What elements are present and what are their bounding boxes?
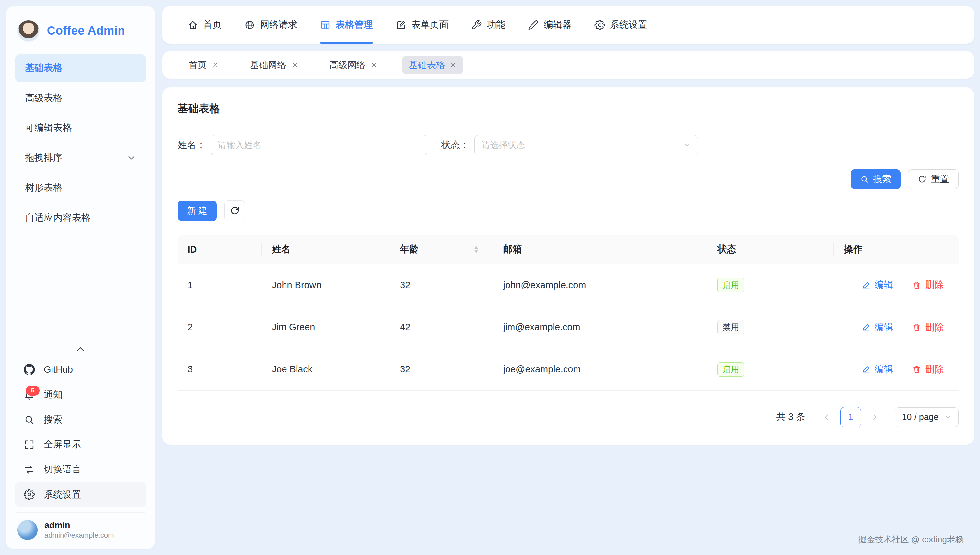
- table-toolbar: 新 建: [178, 201, 959, 221]
- sidebar-item-label: 自适应内容表格: [25, 212, 90, 225]
- home-icon: [188, 20, 198, 30]
- sidebar-github[interactable]: GitHub: [15, 357, 146, 382]
- edit-label: 编辑: [874, 363, 893, 376]
- chevron-down-icon: [945, 414, 951, 420]
- sidebar-settings[interactable]: 系统设置: [15, 482, 146, 507]
- cell-id: 2: [178, 306, 262, 348]
- sidebar-fullscreen[interactable]: 全屏显示: [15, 432, 146, 457]
- chevron-up-icon: [75, 343, 86, 355]
- sidebar-item-editable-table[interactable]: 可编辑表格: [15, 114, 146, 142]
- cell-name: Joe Black: [262, 348, 390, 390]
- search-button-label: 搜索: [873, 173, 891, 185]
- page-size-select[interactable]: 10 / page: [895, 407, 959, 427]
- sidebar-notifications[interactable]: 5 通知: [15, 382, 146, 407]
- tool-icon: [471, 20, 482, 30]
- tab-basic-network[interactable]: 基础网络: [244, 56, 304, 74]
- fullscreen-icon: [24, 439, 35, 451]
- create-button[interactable]: 新 建: [178, 201, 217, 221]
- status-filter-label: 状态：: [441, 139, 469, 152]
- sidebar-language-switch[interactable]: 切换语言: [15, 457, 146, 482]
- sidebar-search[interactable]: 搜索: [15, 407, 146, 432]
- delete-label: 删除: [925, 279, 944, 292]
- nav-home[interactable]: 首页: [188, 6, 222, 44]
- gear-icon: [24, 489, 35, 500]
- close-icon[interactable]: [370, 61, 377, 68]
- nav-network[interactable]: 网络请求: [245, 6, 298, 44]
- sidebar-item-tree-table[interactable]: 树形表格: [15, 174, 146, 202]
- nav-label: 首页: [203, 18, 222, 31]
- tab-advanced-network[interactable]: 高级网络: [323, 56, 384, 74]
- delete-link[interactable]: 删除: [912, 279, 944, 292]
- pagination-prev-button[interactable]: [817, 407, 837, 427]
- sidebar-item-advanced-table[interactable]: 高级表格: [15, 84, 146, 112]
- col-header-id: ID: [178, 235, 262, 264]
- footer-item-label: GitHub: [44, 364, 73, 375]
- status-badge: 启用: [718, 278, 744, 292]
- cell-age: 32: [390, 264, 493, 306]
- app-logo: Coffee Admin: [6, 6, 155, 52]
- table-row: 1 John Brown 32 john@example.com 启用 编辑 删…: [178, 264, 959, 306]
- nav-table-management[interactable]: 表格管理: [320, 6, 373, 44]
- sidebar-item-adaptive-table[interactable]: 自适应内容表格: [15, 204, 146, 232]
- nav-features[interactable]: 功能: [471, 6, 505, 44]
- sidebar-collapse[interactable]: [6, 341, 155, 356]
- footer-item-label: 系统设置: [44, 488, 81, 501]
- nav-label: 表单页面: [411, 18, 449, 31]
- refresh-icon: [230, 205, 240, 216]
- name-filter-input[interactable]: [211, 135, 428, 156]
- tab-home[interactable]: 首页: [182, 56, 225, 74]
- search-button[interactable]: 搜索: [851, 169, 901, 189]
- footer-item-label: 全屏显示: [44, 438, 81, 451]
- sidebar-item-basic-table[interactable]: 基础表格: [15, 55, 146, 82]
- reset-button[interactable]: 重置: [908, 169, 959, 189]
- close-icon[interactable]: [450, 61, 457, 68]
- nav-form-pages[interactable]: 表单页面: [396, 6, 449, 44]
- pen-icon: [528, 20, 539, 30]
- user-profile[interactable]: admin admin@example.com: [6, 513, 155, 549]
- close-icon[interactable]: [291, 61, 298, 68]
- pagination-page-1[interactable]: 1: [840, 407, 861, 428]
- pagination-next-button[interactable]: [865, 407, 885, 427]
- page-size-value: 10 / page: [902, 412, 938, 422]
- open-tabs-bar: 首页 基础网络 高级网络 基础表格: [163, 51, 974, 79]
- table-icon: [320, 20, 331, 30]
- page: Coffee Admin 基础表格 高级表格 可编辑表格 拖拽排序 树形表格 自…: [0, 0, 980, 555]
- edit-label: 编辑: [874, 321, 893, 334]
- tab-basic-table[interactable]: 基础表格: [402, 56, 463, 74]
- edit-link[interactable]: 编辑: [861, 279, 893, 292]
- nav-settings[interactable]: 系统设置: [594, 6, 647, 44]
- edit-icon: [861, 322, 871, 332]
- pagination: 共 3 条 1 10 / page: [178, 407, 959, 428]
- nav-label: 系统设置: [610, 18, 647, 31]
- data-table: ID 姓名 年龄 邮箱 状态 操作: [178, 235, 959, 390]
- close-icon[interactable]: [212, 61, 219, 68]
- nav-label: 编辑器: [544, 18, 572, 31]
- sidebar-item-label: 拖拽排序: [25, 152, 63, 165]
- user-name: admin: [44, 520, 114, 531]
- delete-link[interactable]: 删除: [912, 321, 944, 334]
- sidebar-item-drag-sort[interactable]: 拖拽排序: [15, 144, 146, 172]
- filter-row: 姓名： 状态： 请选择状态: [178, 135, 959, 156]
- edit-icon: [861, 365, 871, 374]
- status-filter-select[interactable]: 请选择状态: [475, 135, 698, 156]
- col-header-age[interactable]: 年龄: [390, 235, 493, 264]
- sidebar-item-label: 树形表格: [25, 181, 63, 194]
- table-row: 3 Joe Black 32 joe@example.com 启用 编辑 删除: [178, 348, 959, 390]
- notification-badge: 5: [26, 385, 40, 396]
- chevron-down-icon: [126, 153, 137, 163]
- main-content: 基础表格 姓名： 状态： 请选择状态 搜索 重置 新 建: [163, 87, 974, 444]
- delete-link[interactable]: 删除: [912, 363, 944, 376]
- top-navbar: 首页 网络请求 表格管理 表单页面 功能 编辑器 系统设置: [163, 6, 974, 44]
- reload-table-button[interactable]: [224, 201, 245, 221]
- trash-icon: [912, 281, 921, 290]
- edit-link[interactable]: 编辑: [861, 363, 893, 376]
- sidebar-item-label: 可编辑表格: [25, 122, 72, 135]
- sort-control[interactable]: [473, 245, 479, 254]
- nav-label: 功能: [487, 18, 505, 31]
- edit-link[interactable]: 编辑: [861, 321, 893, 334]
- nav-editor[interactable]: 编辑器: [528, 6, 572, 44]
- cell-email: john@example.com: [493, 264, 708, 306]
- globe-icon: [245, 20, 255, 30]
- filter-actions: 搜索 重置: [178, 169, 959, 189]
- caret-up-icon: [473, 245, 479, 250]
